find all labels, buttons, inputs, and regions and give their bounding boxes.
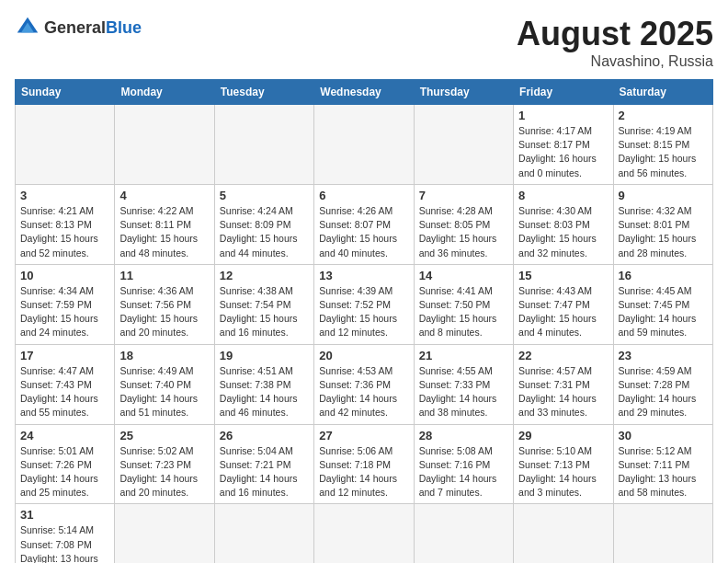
calendar-cell: 7Sunrise: 4:28 AM Sunset: 8:05 PM Daylig…: [414, 184, 513, 264]
day-number: 28: [419, 429, 508, 442]
day-number: 23: [619, 349, 708, 362]
day-number: 20: [319, 349, 408, 362]
calendar-cell: 19Sunrise: 4:51 AM Sunset: 7:38 PM Dayli…: [214, 344, 313, 424]
calendar-week-row: 17Sunrise: 4:47 AM Sunset: 7:43 PM Dayli…: [16, 344, 713, 424]
calendar-cell: 16Sunrise: 4:45 AM Sunset: 7:45 PM Dayli…: [613, 264, 712, 344]
calendar-cell: [314, 105, 414, 185]
day-info: Sunrise: 4:21 AM Sunset: 8:13 PM Dayligh…: [20, 204, 109, 260]
day-info: Sunrise: 5:06 AM Sunset: 7:18 PM Dayligh…: [319, 444, 408, 500]
calendar-cell: 2Sunrise: 4:19 AM Sunset: 8:15 PM Daylig…: [613, 105, 712, 185]
day-number: 11: [119, 269, 209, 282]
calendar-cell: [414, 504, 513, 563]
logo: GeneralBlue: [15, 15, 142, 40]
calendar-cell: 6Sunrise: 4:26 AM Sunset: 8:07 PM Daylig…: [314, 184, 414, 264]
calendar-cell: 1Sunrise: 4:17 AM Sunset: 8:17 PM Daylig…: [514, 105, 613, 185]
calendar-cell: [514, 504, 613, 563]
logo-icon: [15, 15, 40, 40]
day-info: Sunrise: 5:10 AM Sunset: 7:13 PM Dayligh…: [518, 444, 608, 500]
calendar-cell: [115, 504, 214, 563]
location-subtitle: Navashino, Russia: [517, 53, 713, 70]
weekday-header-monday: Monday: [115, 80, 214, 105]
day-number: 7: [419, 189, 508, 202]
calendar-header-row: SundayMondayTuesdayWednesdayThursdayFrid…: [16, 80, 713, 105]
day-number: 21: [419, 349, 508, 362]
day-number: 13: [319, 269, 408, 282]
calendar-cell: 4Sunrise: 4:22 AM Sunset: 8:11 PM Daylig…: [115, 184, 214, 264]
day-number: 3: [20, 189, 109, 202]
calendar-cell: 25Sunrise: 5:02 AM Sunset: 7:23 PM Dayli…: [115, 424, 214, 504]
calendar-week-row: 3Sunrise: 4:21 AM Sunset: 8:13 PM Daylig…: [16, 184, 713, 264]
day-number: 27: [319, 429, 408, 442]
calendar-cell: [613, 504, 712, 563]
calendar-week-row: 24Sunrise: 5:01 AM Sunset: 7:26 PM Dayli…: [16, 424, 713, 504]
day-number: 12: [220, 269, 309, 282]
day-info: Sunrise: 4:59 AM Sunset: 7:28 PM Dayligh…: [619, 364, 708, 420]
day-number: 19: [220, 349, 309, 362]
day-info: Sunrise: 4:55 AM Sunset: 7:33 PM Dayligh…: [419, 364, 508, 420]
day-info: Sunrise: 4:24 AM Sunset: 8:09 PM Dayligh…: [220, 204, 309, 260]
day-number: 24: [20, 429, 109, 442]
day-number: 8: [518, 189, 608, 202]
day-number: 9: [619, 189, 708, 202]
day-number: 30: [619, 429, 708, 442]
day-info: Sunrise: 4:45 AM Sunset: 7:45 PM Dayligh…: [619, 284, 708, 340]
calendar-cell: 9Sunrise: 4:32 AM Sunset: 8:01 PM Daylig…: [613, 184, 712, 264]
day-info: Sunrise: 4:49 AM Sunset: 7:40 PM Dayligh…: [119, 364, 209, 420]
day-number: 18: [119, 349, 209, 362]
page-header: GeneralBlue August 2025 Navashino, Russi…: [15, 15, 713, 70]
calendar-cell: 28Sunrise: 5:08 AM Sunset: 7:16 PM Dayli…: [414, 424, 513, 504]
day-info: Sunrise: 5:12 AM Sunset: 7:11 PM Dayligh…: [619, 444, 708, 500]
logo-text: GeneralBlue: [44, 18, 142, 38]
calendar-cell: 24Sunrise: 5:01 AM Sunset: 7:26 PM Dayli…: [16, 424, 115, 504]
day-info: Sunrise: 4:22 AM Sunset: 8:11 PM Dayligh…: [119, 204, 209, 260]
calendar-cell: 3Sunrise: 4:21 AM Sunset: 8:13 PM Daylig…: [16, 184, 115, 264]
calendar-cell: 29Sunrise: 5:10 AM Sunset: 7:13 PM Dayli…: [514, 424, 613, 504]
day-number: 29: [518, 429, 608, 442]
day-number: 10: [20, 269, 109, 282]
day-info: Sunrise: 5:01 AM Sunset: 7:26 PM Dayligh…: [20, 444, 109, 500]
day-number: 25: [119, 429, 209, 442]
calendar-cell: 20Sunrise: 4:53 AM Sunset: 7:36 PM Dayli…: [314, 344, 414, 424]
day-info: Sunrise: 4:39 AM Sunset: 7:52 PM Dayligh…: [319, 284, 408, 340]
day-info: Sunrise: 4:17 AM Sunset: 8:17 PM Dayligh…: [518, 124, 608, 180]
calendar-cell: [214, 504, 313, 563]
calendar-cell: 11Sunrise: 4:36 AM Sunset: 7:56 PM Dayli…: [115, 264, 214, 344]
calendar-cell: 30Sunrise: 5:12 AM Sunset: 7:11 PM Dayli…: [613, 424, 712, 504]
day-info: Sunrise: 4:26 AM Sunset: 8:07 PM Dayligh…: [319, 204, 408, 260]
calendar-cell: 31Sunrise: 5:14 AM Sunset: 7:08 PM Dayli…: [16, 504, 115, 563]
day-info: Sunrise: 4:47 AM Sunset: 7:43 PM Dayligh…: [20, 364, 109, 420]
calendar-cell: 21Sunrise: 4:55 AM Sunset: 7:33 PM Dayli…: [414, 344, 513, 424]
day-info: Sunrise: 4:36 AM Sunset: 7:56 PM Dayligh…: [119, 284, 209, 340]
day-info: Sunrise: 4:41 AM Sunset: 7:50 PM Dayligh…: [419, 284, 508, 340]
day-info: Sunrise: 4:30 AM Sunset: 8:03 PM Dayligh…: [518, 204, 608, 260]
calendar-cell: 27Sunrise: 5:06 AM Sunset: 7:18 PM Dayli…: [314, 424, 414, 504]
day-info: Sunrise: 5:02 AM Sunset: 7:23 PM Dayligh…: [119, 444, 209, 500]
calendar-cell: [414, 105, 513, 185]
calendar-cell: 13Sunrise: 4:39 AM Sunset: 7:52 PM Dayli…: [314, 264, 414, 344]
day-info: Sunrise: 5:04 AM Sunset: 7:21 PM Dayligh…: [220, 444, 309, 500]
day-number: 22: [518, 349, 608, 362]
calendar-cell: 5Sunrise: 4:24 AM Sunset: 8:09 PM Daylig…: [214, 184, 313, 264]
weekday-header-wednesday: Wednesday: [314, 80, 414, 105]
day-info: Sunrise: 4:38 AM Sunset: 7:54 PM Dayligh…: [220, 284, 309, 340]
day-info: Sunrise: 4:43 AM Sunset: 7:47 PM Dayligh…: [518, 284, 608, 340]
day-info: Sunrise: 4:34 AM Sunset: 7:59 PM Dayligh…: [20, 284, 109, 340]
day-info: Sunrise: 4:53 AM Sunset: 7:36 PM Dayligh…: [319, 364, 408, 420]
weekday-header-sunday: Sunday: [16, 80, 115, 105]
calendar-week-row: 10Sunrise: 4:34 AM Sunset: 7:59 PM Dayli…: [16, 264, 713, 344]
calendar-cell: 8Sunrise: 4:30 AM Sunset: 8:03 PM Daylig…: [514, 184, 613, 264]
calendar-week-row: 31Sunrise: 5:14 AM Sunset: 7:08 PM Dayli…: [16, 504, 713, 563]
day-info: Sunrise: 4:57 AM Sunset: 7:31 PM Dayligh…: [518, 364, 608, 420]
day-info: Sunrise: 4:51 AM Sunset: 7:38 PM Dayligh…: [220, 364, 309, 420]
weekday-header-thursday: Thursday: [414, 80, 513, 105]
calendar-cell: [16, 105, 115, 185]
day-number: 15: [518, 269, 608, 282]
day-number: 26: [220, 429, 309, 442]
day-number: 4: [119, 189, 209, 202]
calendar-cell: 15Sunrise: 4:43 AM Sunset: 7:47 PM Dayli…: [514, 264, 613, 344]
calendar-week-row: 1Sunrise: 4:17 AM Sunset: 8:17 PM Daylig…: [16, 105, 713, 185]
calendar-cell: [314, 504, 414, 563]
calendar-cell: 14Sunrise: 4:41 AM Sunset: 7:50 PM Dayli…: [414, 264, 513, 344]
month-year-title: August 2025: [517, 15, 713, 53]
calendar-cell: 18Sunrise: 4:49 AM Sunset: 7:40 PM Dayli…: [115, 344, 214, 424]
